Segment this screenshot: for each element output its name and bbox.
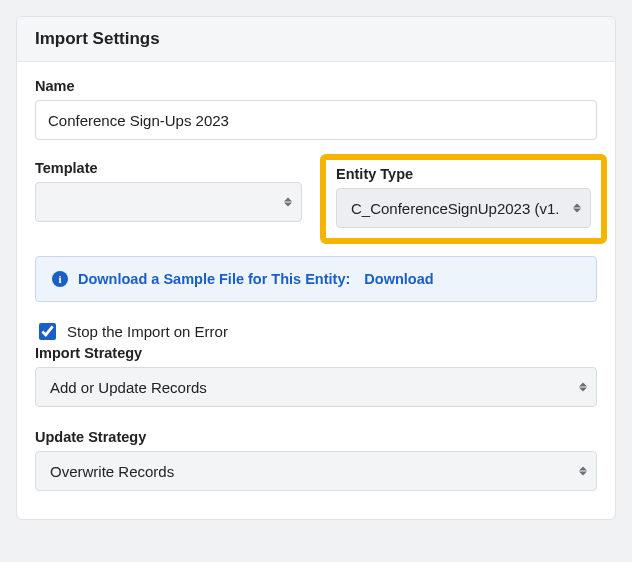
import-strategy-select[interactable]: Add or Update Records bbox=[35, 367, 597, 407]
sample-file-info-bar: i Download a Sample File for This Entity… bbox=[35, 256, 597, 302]
name-label: Name bbox=[35, 78, 597, 94]
template-select-wrap bbox=[35, 182, 302, 222]
template-label: Template bbox=[35, 160, 302, 176]
update-strategy-label: Update Strategy bbox=[35, 429, 597, 445]
entity-type-label: Entity Type bbox=[336, 166, 591, 182]
import-strategy-selected-value: Add or Update Records bbox=[50, 379, 207, 396]
stop-on-error-checkbox[interactable] bbox=[39, 323, 56, 340]
info-icon: i bbox=[52, 271, 68, 287]
import-strategy-select-wrap: Add or Update Records bbox=[35, 367, 597, 407]
name-input[interactable] bbox=[35, 100, 597, 140]
template-entity-row: Template Entity Type C_ConferenceSignUp2… bbox=[35, 160, 597, 234]
download-sample-link[interactable]: Download bbox=[364, 271, 433, 287]
entity-type-highlight: Entity Type C_ConferenceSignUp2023 (v1. bbox=[320, 154, 607, 244]
stop-on-error-label: Stop the Import on Error bbox=[67, 323, 228, 340]
update-strategy-selected-value: Overwrite Records bbox=[50, 463, 174, 480]
card-header: Import Settings bbox=[17, 17, 615, 62]
import-settings-card: Import Settings Name Template En bbox=[16, 16, 616, 520]
entity-type-selected-value: C_ConferenceSignUp2023 (v1. bbox=[351, 200, 559, 217]
sample-file-text: Download a Sample File for This Entity: bbox=[78, 271, 350, 287]
entity-type-select-wrap: C_ConferenceSignUp2023 (v1. bbox=[336, 188, 591, 228]
card-body: Name Template Entity Type bbox=[17, 62, 615, 519]
update-strategy-select[interactable]: Overwrite Records bbox=[35, 451, 597, 491]
entity-type-select[interactable]: C_ConferenceSignUp2023 (v1. bbox=[336, 188, 591, 228]
stop-on-error-row: Stop the Import on Error bbox=[35, 320, 597, 343]
template-select[interactable] bbox=[35, 182, 302, 222]
update-strategy-select-wrap: Overwrite Records bbox=[35, 451, 597, 491]
entity-type-col: Entity Type C_ConferenceSignUp2023 (v1. bbox=[330, 160, 597, 234]
card-title: Import Settings bbox=[35, 29, 160, 48]
import-strategy-label: Import Strategy bbox=[35, 345, 597, 361]
template-col: Template bbox=[35, 160, 302, 222]
